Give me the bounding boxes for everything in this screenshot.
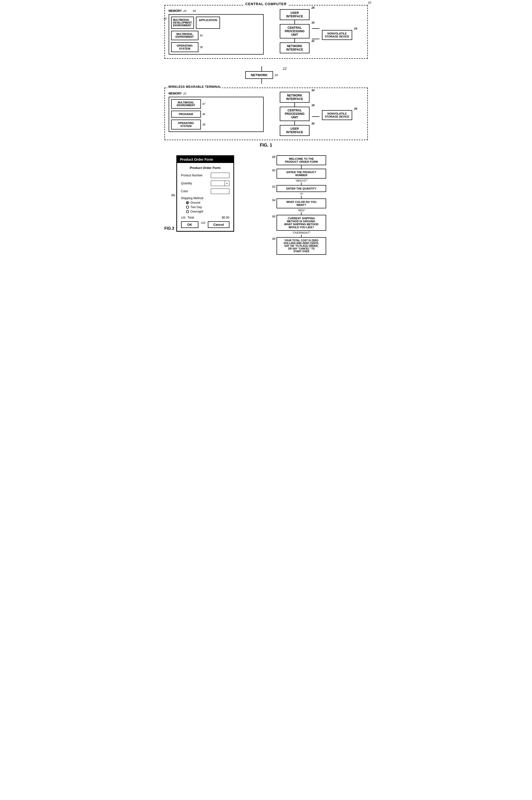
overnight-radio[interactable] (186, 210, 189, 213)
user-interface-box-wt: USERINTERFACE 30 (280, 125, 309, 136)
application-box: APPLICATION (196, 17, 220, 29)
memory-label: MEMORY (169, 9, 182, 13)
ok-button[interactable]: OK (181, 221, 198, 228)
product-number-row: Product Number (181, 173, 229, 178)
prompt-92: 92 ENTER THE QUANTITY "3" (277, 185, 326, 198)
ref-47: 47 (202, 102, 205, 106)
ref-34: 34 (311, 89, 315, 92)
overnight-radio-row: Overnight (186, 210, 229, 213)
central-computer-label: CENTRAL COMPUTER (243, 2, 289, 6)
operating-system-box-wt: OPERATINGSYSTEM (171, 119, 201, 130)
operating-system-box-cc: OPERATINGSYSTEM (171, 42, 198, 52)
prompt-90: 90 ENTER THE PRODUCTNUMBER "AB1O37" (277, 169, 326, 185)
prompt-total-box: YOUR TOTAL COST IS ZERODOLLARS AND ZERO … (277, 237, 326, 255)
nonvolatile-box-wt: NONVOLATILESTORAGE DEVICE 26 (322, 110, 352, 120)
ref-32: 32 (311, 39, 315, 42)
network-box: NETWORK (245, 71, 273, 79)
overnight-label: Overnight (190, 210, 203, 213)
ref-30: 30 (311, 122, 315, 125)
ref-36: 36 (200, 46, 203, 49)
prompt-88: 88 WELCOME TO THEPRODUCT ORDER FORM (277, 155, 326, 169)
response-ab1037: "AB1O37" (295, 179, 307, 182)
memory-label-wt: MEMORY (169, 92, 182, 95)
total-amount: $0.00 (222, 216, 229, 219)
fig3-label: FIG.3 (165, 226, 174, 232)
ref-84: 8le (171, 193, 175, 197)
ref-24: 24 (354, 27, 357, 30)
ref-10: 10 (368, 1, 371, 4)
quantity-label: Quantity (181, 182, 208, 185)
ref-22: 22 (183, 92, 186, 95)
prompt-color-box: WHAT COLOR DO YOUWANT? (277, 198, 326, 208)
nonvolatile-box-cc: NONVOLATILESTORAGE DEVICE 24 (322, 30, 352, 40)
cpu-box-wt: CENTRALPROCESSINGUNIT 18 (280, 107, 309, 121)
shipping-section: Shipping Method Ground Two Day (181, 196, 229, 213)
ground-radio-row: Ground (186, 201, 229, 204)
ref-20: 20 (183, 9, 186, 13)
ref-92: 92 (272, 185, 275, 189)
quantity-select[interactable]: ▼ (211, 180, 229, 186)
two-day-label: Two Day (190, 205, 202, 209)
prompt-96: 96 CURRENT SHIPPINGMETHOD IS GROUND.WHAT… (277, 215, 326, 237)
prompt-enter-quantity-box: ENTER THE QUANTITY (277, 185, 326, 192)
shipping-radio-group: Ground Two Day Overnight (186, 201, 229, 213)
network-interface-box-cc: NETWORKINTERFACE 32 (280, 42, 309, 53)
network-center: NETWORK 14 12 (165, 66, 368, 84)
ref-12: 12 (283, 66, 287, 71)
ref-14: 14 (274, 73, 278, 77)
form-title: Product Order Form (181, 166, 229, 170)
ref-38: 38 (202, 123, 205, 126)
figure-1: CENTRAL COMPUTER 10 MEMORY 20 44 MULTIMO… (165, 5, 368, 148)
ref-102: 102 (201, 221, 205, 228)
product-form-container: 8le Product Order Form Product Order For… (176, 155, 234, 232)
two-day-radio[interactable] (186, 206, 189, 209)
user-interface-box-cc: USERINTERFACE 28 (280, 9, 309, 20)
dropdown-arrow-icon: ▼ (225, 181, 229, 186)
ref-18: 18 (311, 104, 315, 107)
multimodal-dev-box: MULTIMODALDEVELOPMENTENVIRONMENT (171, 17, 194, 29)
two-day-radio-row: Two Day (186, 205, 229, 209)
multimodal-env-box-wt: MULTIMODALENVIRONMENT (171, 99, 201, 109)
color-label: Color (181, 190, 208, 193)
ref-94: 94 (272, 198, 275, 202)
prompt-shipping-box: CURRENT SHIPPINGMETHOD IS GROUND.WHAT SH… (277, 215, 326, 231)
total-label: Total: (188, 216, 195, 219)
ref-90: 90 (272, 169, 275, 172)
form-buttons: OK 102 Cancel (181, 221, 229, 228)
network-interface-box-wt: NETWORKINTERFACE 34 (280, 92, 309, 103)
prompt-98: 98 YOUR TOTAL COST IS ZERODOLLARS AND ZE… (277, 237, 326, 255)
central-computer-box: CENTRAL COMPUTER 10 MEMORY 20 44 MULTIMO… (165, 5, 368, 59)
color-input[interactable] (211, 189, 229, 194)
ref-88: 88 (272, 155, 275, 159)
wireless-terminal-label: WIRELESS WEARABLE TERMINAL (167, 85, 223, 89)
ref-96: 96 (272, 215, 275, 218)
ref-100: 100 (181, 216, 186, 219)
ground-radio[interactable] (186, 201, 189, 204)
wireless-terminal-box: WIRELESS WEARABLE TERMINAL MEMORY 22 MUL… (165, 88, 368, 140)
color-row: Color (181, 189, 229, 194)
ref-28: 28 (311, 6, 315, 9)
ref-46: 46 (202, 113, 205, 116)
multimodal-env-box: MULTIMODALENVIRONMENT (171, 31, 198, 40)
shipping-method-label: Shipping Method (181, 196, 229, 200)
product-number-label: Product Number (181, 174, 208, 177)
prompt-welcome-box: WELCOME TO THEPRODUCT ORDER FORM (277, 155, 326, 165)
total-row: 100 Total: $0.00 (181, 216, 229, 219)
product-number-input[interactable] (211, 173, 229, 178)
ref-44: 44 (193, 9, 196, 13)
program-box-wt: PROGRAM (171, 111, 201, 118)
cancel-button[interactable]: Cancel (208, 221, 229, 228)
quantity-row: Quantity ▼ (181, 180, 229, 186)
response-overnight: "OVERNIGHT" (292, 231, 310, 234)
ref-16: 16 (311, 21, 315, 24)
ref-26: 26 (354, 107, 357, 110)
prompt-94: 94 WHAT COLOR DO YOUWANT? "RED" (277, 198, 326, 215)
ref-42: 42 (200, 34, 203, 37)
voice-prompts-column: 88 WELCOME TO THEPRODUCT ORDER FORM 90 E… (235, 155, 368, 255)
response-red: "RED" (297, 209, 305, 212)
response-3: "3" (300, 192, 303, 195)
prompt-enter-product-box: ENTER THE PRODUCTNUMBER (277, 169, 326, 178)
ref-98: 98 (272, 237, 275, 241)
ref-40: 40 (164, 17, 167, 20)
cpu-box-cc: CENTRALPROCESSINGUNIT 16 (280, 24, 309, 38)
